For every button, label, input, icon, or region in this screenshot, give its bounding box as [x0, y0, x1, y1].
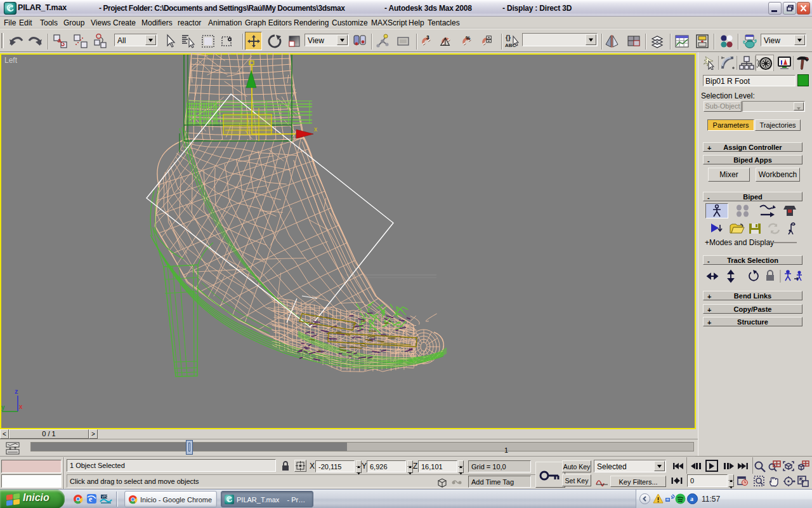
svg-text:VPD: VPD — [102, 495, 108, 498]
svg-text:a: a — [690, 495, 693, 502]
svg-text:{}: {} — [506, 34, 511, 41]
svg-text:x: x — [314, 126, 317, 133]
svg-text:%: % — [466, 36, 471, 41]
svg-text:z: z — [15, 387, 18, 395]
svg-text:3: 3 — [426, 35, 429, 41]
svg-text:x: x — [19, 403, 23, 410]
svg-text:y: y — [1, 404, 5, 411]
